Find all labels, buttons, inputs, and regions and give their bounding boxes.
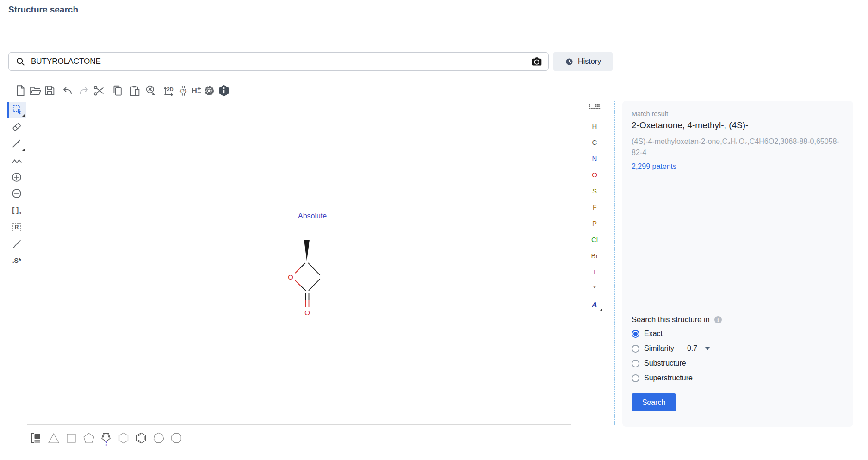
search-icon bbox=[15, 56, 25, 67]
radio-exact-label: Exact bbox=[644, 329, 663, 338]
radio-similarity[interactable]: Similarity 0.7 bbox=[632, 344, 710, 353]
open-button[interactable] bbox=[29, 84, 43, 98]
carbonyl-oxygen-label: O bbox=[304, 309, 310, 317]
template-cyclooctane-button[interactable] bbox=[168, 429, 184, 447]
structure-from-image-button[interactable] bbox=[531, 56, 543, 68]
svg-text:H: H bbox=[192, 87, 197, 95]
radio-substructure-label: Substructure bbox=[644, 359, 686, 367]
molecule-drawing: O O bbox=[27, 101, 572, 425]
settings-button[interactable] bbox=[203, 84, 217, 98]
svg-text:H: H bbox=[105, 443, 107, 447]
radio-superstructure[interactable]: Superstructure bbox=[632, 374, 693, 382]
info-hexagon-icon bbox=[217, 84, 230, 97]
element-S[interactable]: S bbox=[585, 185, 604, 197]
save-button[interactable] bbox=[43, 84, 57, 98]
copy-button[interactable] bbox=[111, 84, 125, 98]
template-cyclopentane-button[interactable] bbox=[81, 429, 97, 447]
template-pyrrole-button[interactable]: N H bbox=[98, 429, 114, 447]
chain-icon bbox=[11, 155, 23, 167]
radio-superstructure-circle[interactable] bbox=[632, 374, 639, 382]
radio-exact-circle[interactable] bbox=[632, 330, 639, 338]
cyclobutane-icon bbox=[64, 430, 78, 446]
match-result-label: Match result bbox=[632, 110, 668, 118]
panel-separator bbox=[614, 101, 615, 425]
benzene-icon bbox=[134, 430, 148, 446]
search-scope-label: Search this structure in i bbox=[632, 315, 722, 324]
eraser-tool-button[interactable] bbox=[7, 119, 26, 135]
history-button[interactable]: History bbox=[553, 52, 613, 71]
selection-tool-icon bbox=[12, 104, 24, 116]
charge-minus-tool-button[interactable] bbox=[7, 186, 26, 201]
radio-similarity-label: Similarity bbox=[644, 344, 674, 353]
element-any-atom[interactable]: * bbox=[585, 282, 604, 294]
clean-up-button[interactable] bbox=[144, 84, 158, 98]
search-button[interactable]: Search bbox=[632, 393, 676, 411]
template-cyclopropane-button[interactable] bbox=[46, 429, 62, 447]
search-input[interactable] bbox=[31, 57, 531, 66]
chain-tool-button[interactable] bbox=[7, 153, 26, 169]
redo-button[interactable] bbox=[77, 84, 91, 98]
element-Br[interactable]: Br bbox=[585, 249, 604, 261]
rgroup-icon: R bbox=[12, 223, 21, 231]
editor-canvas[interactable]: Absolute O O bbox=[27, 101, 571, 425]
about-button[interactable] bbox=[217, 84, 231, 98]
sgroup-tool-button[interactable]: [ ]n bbox=[7, 203, 26, 218]
cyclohexane-icon bbox=[117, 430, 130, 446]
radio-substructure-circle[interactable] bbox=[632, 360, 639, 367]
radio-exact[interactable]: Exact bbox=[632, 329, 663, 338]
page-title: Structure search bbox=[8, 5, 78, 15]
stereochemistry-icon: .S* bbox=[12, 257, 21, 264]
charge-plus-icon bbox=[11, 171, 23, 183]
cut-button[interactable] bbox=[93, 84, 106, 98]
check-structure-icon: -(?)- bbox=[177, 84, 190, 97]
svg-text:2D: 2D bbox=[167, 87, 174, 92]
template-benzene-button[interactable] bbox=[133, 429, 149, 447]
element-P[interactable]: P bbox=[585, 217, 604, 229]
radio-superstructure-label: Superstructure bbox=[644, 374, 693, 382]
template-cyclobutane-button[interactable] bbox=[63, 429, 79, 447]
new-document-button[interactable] bbox=[14, 84, 28, 98]
gear-icon bbox=[203, 84, 216, 97]
info-icon[interactable]: i bbox=[714, 316, 722, 323]
undo-button[interactable] bbox=[61, 84, 75, 98]
selection-tool-button[interactable] bbox=[7, 102, 26, 118]
attachment-point-icon bbox=[11, 238, 23, 250]
eraser-icon bbox=[11, 121, 23, 133]
element-F[interactable]: F bbox=[585, 201, 604, 213]
similarity-dropdown-caret[interactable] bbox=[705, 347, 710, 350]
charge-plus-tool-button[interactable] bbox=[7, 169, 26, 185]
new-document-icon bbox=[14, 84, 27, 97]
attachment-point-tool-button[interactable] bbox=[7, 236, 26, 252]
element-N[interactable]: N bbox=[585, 152, 604, 164]
structure-search-page: Structure search History bbox=[0, 0, 868, 460]
ring-oxygen-label: O bbox=[288, 273, 293, 281]
paste-icon bbox=[128, 84, 141, 97]
paste-button[interactable] bbox=[128, 84, 142, 98]
hydrogens-icon: H bbox=[190, 84, 203, 97]
element-O[interactable]: O bbox=[585, 168, 604, 180]
patents-count-link[interactable]: 2,299 patents bbox=[632, 162, 676, 171]
radio-similarity-circle[interactable] bbox=[632, 345, 639, 353]
add-remove-hydrogens-button[interactable]: H bbox=[190, 84, 204, 98]
element-I[interactable]: I bbox=[585, 266, 604, 278]
element-H[interactable]: H bbox=[585, 120, 604, 132]
element-C[interactable]: C bbox=[585, 136, 604, 148]
match-title: 2-Oxetanone, 4-methyl-, (4S)- bbox=[632, 120, 748, 131]
template-cyclohexane-button[interactable] bbox=[116, 429, 131, 447]
clock-icon bbox=[565, 57, 574, 66]
charge-minus-icon bbox=[11, 187, 23, 199]
rgroup-tool-button[interactable]: R bbox=[7, 219, 26, 235]
template-cycloheptane-button[interactable] bbox=[151, 429, 167, 447]
check-structure-button[interactable]: -(?)- bbox=[177, 84, 191, 98]
bond-tool-button[interactable] bbox=[7, 136, 26, 152]
tool-dropdown-indicator bbox=[22, 148, 25, 151]
match-synonyms: (4S)-4-methyloxetan-2-one,C₄H₆O₂,C4H6O2,… bbox=[632, 136, 845, 158]
periodic-table-button[interactable] bbox=[586, 102, 603, 113]
element-Cl[interactable]: Cl bbox=[585, 233, 604, 245]
similarity-value[interactable]: 0.7 bbox=[687, 344, 697, 353]
history-label: History bbox=[578, 57, 601, 66]
layout-2d-button[interactable]: 2D bbox=[162, 84, 176, 98]
stereochemistry-tool-button[interactable]: .S* bbox=[7, 253, 26, 268]
radio-substructure[interactable]: Substructure bbox=[632, 359, 686, 367]
template-library-button[interactable] bbox=[28, 429, 43, 447]
